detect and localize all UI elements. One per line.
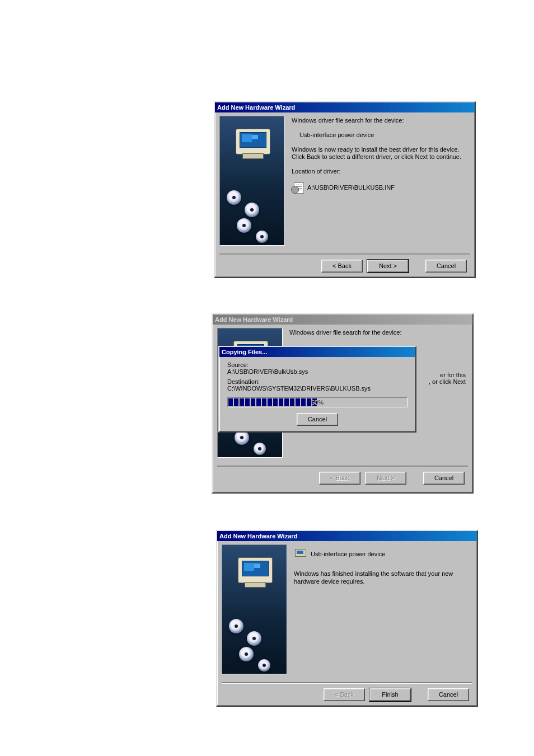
window-title: Add New Hardware Wizard <box>219 533 297 539</box>
cancel-button[interactable]: Cancel <box>423 472 465 485</box>
titlebar[interactable]: Add New Hardware Wizard <box>215 102 475 112</box>
wizard-sidebar-image <box>222 544 287 674</box>
copying-files-dialog: Copying Files... Source: A:\USB\DRIVER\B… <box>218 346 416 433</box>
window-title: Add New Hardware Wizard <box>217 104 295 111</box>
source-value: A:\USB\DRIVER\BulkUsb.sys <box>227 368 407 375</box>
wizard-window-finished: Add New Hardware Wizard Usb-interface po… <box>216 530 478 707</box>
titlebar: Add New Hardware Wizard <box>213 314 472 325</box>
back-button[interactable]: < Back <box>321 260 363 273</box>
copy-progress-label: 50% <box>228 398 407 407</box>
copy-progress: 50% <box>227 397 407 407</box>
wizard-window-ready: Add New Hardware Wizard Windows driver f… <box>214 101 476 278</box>
device-name: Usb-interface power device <box>311 551 385 557</box>
ready-text: Windows is now ready to install the best… <box>292 146 470 162</box>
search-heading: Windows driver file search for the devic… <box>292 117 470 125</box>
titlebar[interactable]: Copying Files... <box>219 347 415 357</box>
search-heading: Windows driver file search for the devic… <box>289 329 468 337</box>
device-icon <box>294 548 307 560</box>
cancel-button[interactable]: Cancel <box>425 260 467 273</box>
button-separator <box>222 682 472 684</box>
inf-file-icon <box>292 182 304 192</box>
next-button: Next > <box>365 472 406 485</box>
device-name: Usb-interface power device <box>292 132 470 139</box>
finish-button[interactable]: Finish <box>369 688 411 701</box>
button-separator <box>217 466 468 467</box>
destination-value: C:\WINDOWS\SYSTEM32\DRIVERS\BULKUSB.sys <box>227 385 407 392</box>
popup-title: Copying Files... <box>222 349 267 355</box>
titlebar[interactable]: Add New Hardware Wizard <box>217 531 477 541</box>
copy-cancel-button[interactable]: Cancel <box>297 413 338 426</box>
location-label: Location of driver: <box>292 168 470 176</box>
wizard-sidebar-image <box>219 116 285 246</box>
next-button[interactable]: Next > <box>367 260 409 273</box>
driver-path: A:\USB\DRIVER\BULKUSB.INF <box>307 184 395 191</box>
back-button: < Back <box>319 472 360 485</box>
finished-text: Windows has finished installing the soft… <box>294 570 472 586</box>
source-label: Source: <box>227 361 407 368</box>
back-button: < Back <box>324 688 365 701</box>
wizard-window-copying: Add New Hardware Wizard Windows driver f… <box>212 313 474 494</box>
cancel-button[interactable]: Cancel <box>428 688 469 701</box>
button-separator <box>219 253 470 255</box>
destination-label: Destination: <box>227 378 407 385</box>
window-title: Add New Hardware Wizard <box>215 316 293 323</box>
